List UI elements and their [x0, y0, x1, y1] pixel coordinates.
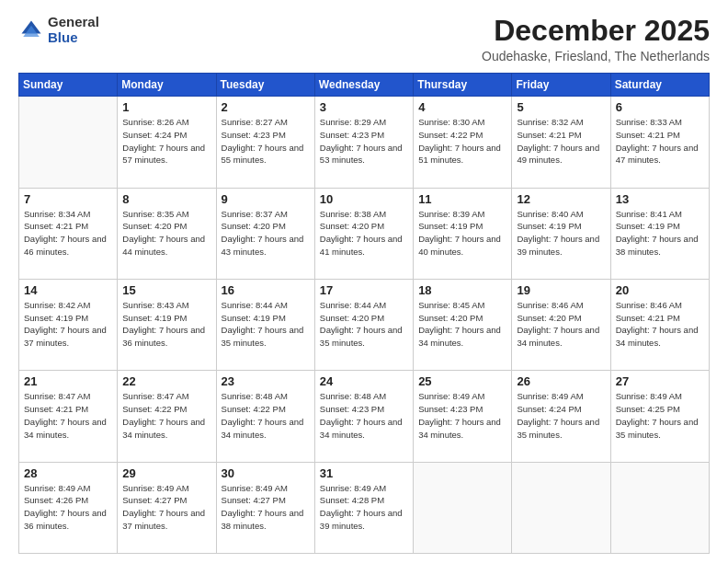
table-row: 25Sunrise: 8:49 AMSunset: 4:23 PMDayligh… — [414, 371, 512, 462]
day-number: 4 — [418, 100, 506, 114]
cell-info: Sunrise: 8:32 AMSunset: 4:21 PMDaylight:… — [517, 116, 605, 167]
table-row — [610, 462, 709, 553]
cell-info: Sunrise: 8:40 AMSunset: 4:19 PMDaylight:… — [517, 208, 605, 259]
calendar-week-row: 14Sunrise: 8:42 AMSunset: 4:19 PMDayligh… — [19, 279, 710, 370]
table-row: 31Sunrise: 8:49 AMSunset: 4:28 PMDayligh… — [314, 462, 413, 553]
cell-info: Sunrise: 8:34 AMSunset: 4:21 PMDaylight:… — [24, 208, 112, 259]
cell-info: Sunrise: 8:43 AMSunset: 4:19 PMDaylight:… — [122, 299, 210, 350]
day-number: 16 — [222, 283, 310, 297]
day-number: 6 — [616, 100, 704, 114]
calendar-week-row: 7Sunrise: 8:34 AMSunset: 4:21 PMDaylight… — [19, 188, 710, 279]
day-number: 10 — [320, 192, 408, 206]
day-number: 27 — [616, 374, 704, 388]
table-row: 21Sunrise: 8:47 AMSunset: 4:21 PMDayligh… — [19, 371, 118, 462]
page: General Blue December 2025 Oudehaske, Fr… — [0, 0, 728, 563]
table-row: 5Sunrise: 8:32 AMSunset: 4:21 PMDaylight… — [512, 97, 610, 188]
day-number: 22 — [122, 374, 210, 388]
table-row: 27Sunrise: 8:49 AMSunset: 4:25 PMDayligh… — [610, 371, 709, 462]
table-row: 13Sunrise: 8:41 AMSunset: 4:19 PMDayligh… — [610, 188, 709, 279]
cell-info: Sunrise: 8:46 AMSunset: 4:21 PMDaylight:… — [616, 299, 704, 350]
day-number: 29 — [122, 466, 210, 480]
day-number: 3 — [320, 100, 408, 114]
day-number: 5 — [517, 100, 605, 114]
day-number: 24 — [320, 374, 408, 388]
day-number: 17 — [320, 283, 408, 297]
table-row: 19Sunrise: 8:46 AMSunset: 4:20 PMDayligh… — [512, 279, 610, 370]
table-row: 26Sunrise: 8:49 AMSunset: 4:24 PMDayligh… — [512, 371, 610, 462]
title-block: December 2025 Oudehaske, Friesland, The … — [482, 15, 710, 63]
day-number: 26 — [517, 374, 605, 388]
cell-info: Sunrise: 8:49 AMSunset: 4:27 PMDaylight:… — [122, 482, 210, 533]
table-row: 23Sunrise: 8:48 AMSunset: 4:22 PMDayligh… — [216, 371, 314, 462]
logo-icon — [18, 17, 44, 43]
day-number: 19 — [517, 283, 605, 297]
table-row: 10Sunrise: 8:38 AMSunset: 4:20 PMDayligh… — [314, 188, 413, 279]
table-row: 18Sunrise: 8:45 AMSunset: 4:20 PMDayligh… — [414, 279, 512, 370]
cell-info: Sunrise: 8:42 AMSunset: 4:19 PMDaylight:… — [24, 299, 112, 350]
col-tuesday: Tuesday — [216, 74, 314, 97]
table-row: 2Sunrise: 8:27 AMSunset: 4:23 PMDaylight… — [216, 97, 314, 188]
cell-info: Sunrise: 8:49 AMSunset: 4:27 PMDaylight:… — [222, 482, 310, 533]
cell-info: Sunrise: 8:41 AMSunset: 4:19 PMDaylight:… — [616, 208, 704, 259]
table-row — [19, 97, 118, 188]
table-row: 14Sunrise: 8:42 AMSunset: 4:19 PMDayligh… — [19, 279, 118, 370]
cell-info: Sunrise: 8:44 AMSunset: 4:19 PMDaylight:… — [222, 299, 310, 350]
table-row: 3Sunrise: 8:29 AMSunset: 4:23 PMDaylight… — [314, 97, 413, 188]
day-number: 21 — [24, 374, 112, 388]
month-title: December 2025 — [482, 15, 710, 47]
cell-info: Sunrise: 8:26 AMSunset: 4:24 PMDaylight:… — [122, 116, 210, 167]
cell-info: Sunrise: 8:47 AMSunset: 4:21 PMDaylight:… — [24, 390, 112, 441]
day-number: 23 — [222, 374, 310, 388]
col-saturday: Saturday — [610, 74, 709, 97]
table-row: 7Sunrise: 8:34 AMSunset: 4:21 PMDaylight… — [19, 188, 118, 279]
day-number: 25 — [418, 374, 506, 388]
table-row: 8Sunrise: 8:35 AMSunset: 4:20 PMDaylight… — [118, 188, 216, 279]
day-number: 14 — [24, 283, 112, 297]
calendar-header-row: Sunday Monday Tuesday Wednesday Thursday… — [19, 74, 710, 97]
cell-info: Sunrise: 8:49 AMSunset: 4:26 PMDaylight:… — [24, 482, 112, 533]
day-number: 9 — [222, 192, 310, 206]
col-wednesday: Wednesday — [314, 74, 413, 97]
table-row: 30Sunrise: 8:49 AMSunset: 4:27 PMDayligh… — [216, 462, 314, 553]
cell-info: Sunrise: 8:38 AMSunset: 4:20 PMDaylight:… — [320, 208, 408, 259]
day-number: 18 — [418, 283, 506, 297]
table-row: 16Sunrise: 8:44 AMSunset: 4:19 PMDayligh… — [216, 279, 314, 370]
cell-info: Sunrise: 8:45 AMSunset: 4:20 PMDaylight:… — [418, 299, 506, 350]
day-number: 20 — [616, 283, 704, 297]
day-number: 1 — [122, 100, 210, 114]
day-number: 7 — [24, 192, 112, 206]
cell-info: Sunrise: 8:49 AMSunset: 4:24 PMDaylight:… — [517, 390, 605, 441]
location-subtitle: Oudehaske, Friesland, The Netherlands — [482, 49, 710, 63]
table-row: 6Sunrise: 8:33 AMSunset: 4:21 PMDaylight… — [610, 97, 709, 188]
table-row: 1Sunrise: 8:26 AMSunset: 4:24 PMDaylight… — [118, 97, 216, 188]
logo-general: General — [48, 14, 99, 29]
table-row: 11Sunrise: 8:39 AMSunset: 4:19 PMDayligh… — [414, 188, 512, 279]
cell-info: Sunrise: 8:48 AMSunset: 4:22 PMDaylight:… — [222, 390, 310, 441]
day-number: 2 — [222, 100, 310, 114]
cell-info: Sunrise: 8:35 AMSunset: 4:20 PMDaylight:… — [122, 208, 210, 259]
table-row: 15Sunrise: 8:43 AMSunset: 4:19 PMDayligh… — [118, 279, 216, 370]
table-row: 20Sunrise: 8:46 AMSunset: 4:21 PMDayligh… — [610, 279, 709, 370]
day-number: 8 — [122, 192, 210, 206]
cell-info: Sunrise: 8:49 AMSunset: 4:28 PMDaylight:… — [320, 482, 408, 533]
cell-info: Sunrise: 8:46 AMSunset: 4:20 PMDaylight:… — [517, 299, 605, 350]
day-number: 11 — [418, 192, 506, 206]
logo-blue: Blue — [48, 29, 78, 45]
calendar-week-row: 1Sunrise: 8:26 AMSunset: 4:24 PMDaylight… — [19, 97, 710, 188]
logo: General Blue — [18, 15, 99, 45]
col-monday: Monday — [118, 74, 216, 97]
cell-info: Sunrise: 8:29 AMSunset: 4:23 PMDaylight:… — [320, 116, 408, 167]
logo-text: General Blue — [48, 15, 99, 45]
cell-info: Sunrise: 8:49 AMSunset: 4:23 PMDaylight:… — [418, 390, 506, 441]
cell-info: Sunrise: 8:27 AMSunset: 4:23 PMDaylight:… — [222, 116, 310, 167]
cell-info: Sunrise: 8:48 AMSunset: 4:23 PMDaylight:… — [320, 390, 408, 441]
table-row: 12Sunrise: 8:40 AMSunset: 4:19 PMDayligh… — [512, 188, 610, 279]
cell-info: Sunrise: 8:44 AMSunset: 4:20 PMDaylight:… — [320, 299, 408, 350]
day-number: 12 — [517, 192, 605, 206]
table-row: 28Sunrise: 8:49 AMSunset: 4:26 PMDayligh… — [19, 462, 118, 553]
day-number: 15 — [122, 283, 210, 297]
table-row: 24Sunrise: 8:48 AMSunset: 4:23 PMDayligh… — [314, 371, 413, 462]
day-number: 30 — [222, 466, 310, 480]
calendar-table: Sunday Monday Tuesday Wednesday Thursday… — [18, 73, 710, 554]
day-number: 28 — [24, 466, 112, 480]
